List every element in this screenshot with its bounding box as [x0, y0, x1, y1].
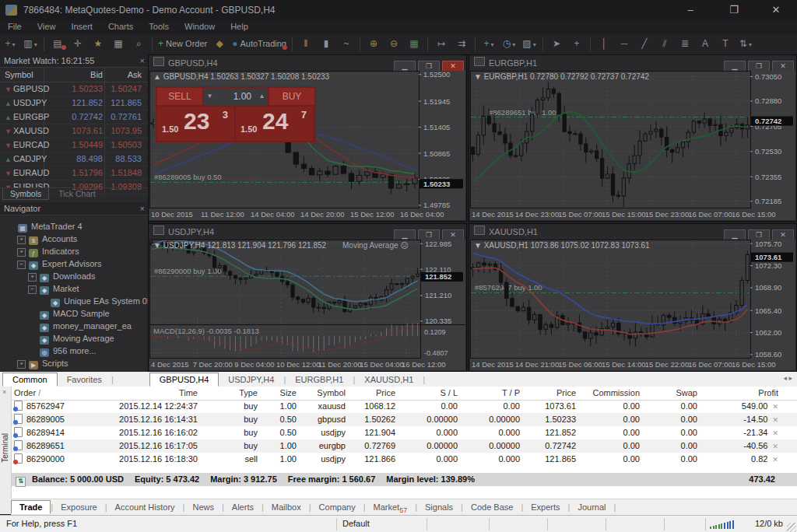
- menu-view[interactable]: View: [30, 20, 64, 34]
- chart-title-bar-xauusd[interactable]: XAUUSD,H1▁❐✕: [469, 224, 796, 240]
- tree-expand-toggle[interactable]: +: [17, 236, 26, 244]
- maximize-button[interactable]: ❐: [719, 0, 749, 20]
- navigator-item-accounts[interactable]: +$Accounts: [0, 233, 148, 245]
- data-window-toggle[interactable]: ✛: [68, 36, 87, 51]
- terminal-tab-experts[interactable]: Experts: [523, 501, 567, 513]
- close-order-icon[interactable]: ✕: [767, 416, 778, 424]
- crosshair-button[interactable]: +: [567, 36, 586, 51]
- profiles-button[interactable]: ▥▾: [21, 36, 40, 51]
- strategy-tester-toggle[interactable]: ⌕: [129, 36, 148, 51]
- lot-size-value[interactable]: 1.00: [216, 88, 256, 105]
- chart-tab-eurgbp-h1[interactable]: EURGBP,H1: [286, 373, 353, 386]
- menu-charts[interactable]: Charts: [100, 20, 141, 34]
- text-button[interactable]: A: [696, 36, 714, 51]
- chart-tab-gbpusd-h4[interactable]: GBPUSD,H4: [149, 373, 219, 387]
- chart-body-eurgbp[interactable]: #86289651 buy 1.000.730500.728800.727050…: [470, 71, 795, 220]
- terminal-tab-trade[interactable]: Trade: [11, 500, 51, 514]
- tree-expand-toggle[interactable]: +: [17, 360, 26, 369]
- chart-body-gbpusd[interactable]: #86289005 buy 0.501.525001.519451.514051…: [149, 71, 465, 220]
- chart-title-bar-gbpusd[interactable]: GBPUSD,H4▁❐✕: [149, 55, 466, 71]
- terminal-close-icon[interactable]: ×: [2, 388, 6, 396]
- text-label-button[interactable]: T: [716, 36, 735, 51]
- menu-window[interactable]: Window: [177, 20, 223, 34]
- order-row[interactable]: 862890052015.12.16 16:14:31buy0.50gbpusd…: [11, 413, 797, 426]
- navigator-item-indicators[interactable]: +ƒIndicators: [0, 245, 148, 257]
- close-order-icon[interactable]: ✕: [767, 429, 778, 437]
- templates-button[interactable]: ▨▾: [520, 36, 539, 51]
- menu-insert[interactable]: Insert: [63, 20, 100, 34]
- chart-canvas-usdjpy[interactable]: #86290000 buy 1.000.1209-0.4807MACD(12,2…: [149, 240, 465, 369]
- terminal-tab-news[interactable]: News: [184, 501, 222, 513]
- market-watch-row-gbpusd[interactable]: ▼GBPUSD1.502331.50247: [0, 82, 148, 96]
- terminal-tab-journal[interactable]: Journal: [570, 501, 613, 513]
- order-row[interactable]: 857629472015.12.14 12:24:37buy1.00xauusd…: [11, 400, 797, 413]
- navigator-item-market[interactable]: −◆Market: [0, 282, 148, 295]
- navigator-item-metatrader-4[interactable]: ▦MetaTrader 4: [0, 220, 148, 233]
- chart-canvas-eurgbp[interactable]: #86289651 buy 1.000.730500.728800.727050…: [470, 71, 795, 219]
- lot-increase-icon[interactable]: ▲: [256, 88, 268, 105]
- lot-size-stepper[interactable]: ▼1.00▲: [204, 88, 268, 105]
- trendline-button[interactable]: ╱: [635, 36, 654, 51]
- chart-title-bar-usdjpy[interactable]: USDJPY,H4▁❐✕: [149, 224, 466, 240]
- chart-body-usdjpy[interactable]: #86290000 buy 1.000.1209-0.4807MACD(12,2…: [149, 240, 465, 370]
- order-row[interactable]: 862894142015.12.16 16:16:02buy0.50usdjpy…: [11, 426, 797, 439]
- tree-expand-toggle[interactable]: −: [28, 285, 37, 294]
- chart-tab-usdjpy-h4[interactable]: USDJPY,H4: [219, 373, 283, 386]
- fibonacci-button[interactable]: ≣: [676, 36, 694, 51]
- market-watch-tab-symbols[interactable]: Symbols: [2, 188, 49, 200]
- market-watch-row-eurgbp[interactable]: ▲EURGBP0.727420.72761: [0, 110, 148, 124]
- bar-chart-button[interactable]: ‖: [297, 36, 315, 51]
- chart-shift-button[interactable]: ⇉: [452, 36, 471, 51]
- navigator-item-expert-advisors[interactable]: −◆Expert Advisors: [0, 257, 148, 270]
- indicators-button[interactable]: +▾: [479, 36, 498, 51]
- sell-button[interactable]: SELL: [157, 88, 202, 105]
- horizontal-line-button[interactable]: ─: [615, 36, 634, 51]
- tree-expand-toggle[interactable]: −: [17, 261, 26, 269]
- vertical-line-button[interactable]: │: [595, 36, 613, 51]
- terminal-tab-exposure[interactable]: Exposure: [53, 501, 104, 513]
- candlestick-button[interactable]: ▮: [317, 36, 335, 51]
- navigator-toggle[interactable]: ★: [89, 36, 107, 51]
- terminal-toggle[interactable]: ▦: [109, 36, 128, 51]
- terminal-tab-company[interactable]: Company: [311, 501, 363, 513]
- close-order-icon[interactable]: ✕: [767, 403, 778, 411]
- new-order-button[interactable]: +New Order: [156, 36, 209, 51]
- chart-canvas-xauusd[interactable]: #85762947 buy 1.001075.701072.301068.901…: [470, 240, 795, 369]
- navigator-item-macd-sample[interactable]: ◆MACD Sample: [0, 307, 148, 320]
- terminal-tab-alerts[interactable]: Alerts: [224, 501, 262, 513]
- navigator-close-icon[interactable]: ×: [140, 202, 145, 215]
- new-chart-button[interactable]: +▾: [1, 36, 19, 51]
- resize-grip[interactable]: [787, 523, 796, 532]
- navigator-item-money-manager-ea[interactable]: ◆money_manager_ea: [0, 320, 148, 332]
- autotrading-button[interactable]: ●AutoTrading: [230, 36, 288, 51]
- menu-help[interactable]: Help: [223, 20, 256, 34]
- cursor-button[interactable]: ➤: [547, 36, 566, 51]
- terminal-tab-mailbox[interactable]: Mailbox: [264, 501, 309, 513]
- periods-button[interactable]: ◷▾: [500, 36, 518, 51]
- zoom-in-button[interactable]: ⊕: [364, 36, 383, 51]
- terminal-tab-signals[interactable]: Signals: [417, 501, 461, 513]
- tile-windows-button[interactable]: ▦: [405, 36, 423, 51]
- line-chart-button[interactable]: ~: [337, 36, 356, 51]
- tab-scroll-arrows[interactable]: ◂ ▸: [783, 374, 792, 382]
- arrows-button[interactable]: ⇅▾: [736, 36, 755, 51]
- chart-title-bar-eurgbp[interactable]: EURGBP,H1▁❐✕: [469, 55, 796, 71]
- navigator-item-scripts[interactable]: +▶Scripts: [0, 357, 148, 369]
- menu-file[interactable]: File: [0, 20, 30, 34]
- minimize-button[interactable]: –: [676, 0, 705, 20]
- terminal-tab-account-history[interactable]: Account History: [107, 501, 183, 513]
- navigator-item-moving-average[interactable]: ◆Moving Average: [0, 332, 148, 345]
- navigator-item-unique-eas-system-05[interactable]: ◆Unique EAs System 05: [0, 295, 148, 307]
- market-watch-row-eurcad[interactable]: ▼EURCAD1.504491.50503: [0, 138, 148, 152]
- buy-button[interactable]: BUY: [269, 88, 314, 105]
- terminal-tab-market[interactable]: Market57: [366, 501, 416, 516]
- tree-expand-toggle[interactable]: +: [28, 273, 37, 282]
- status-profile[interactable]: Default: [342, 519, 370, 528]
- balance-expand-icon[interactable]: ⇅: [16, 477, 26, 487]
- terminal-tab-code-base[interactable]: Code Base: [463, 501, 521, 513]
- terminal-side-label[interactable]: Terminal: [1, 433, 9, 463]
- market-watch-close-icon[interactable]: ×: [140, 54, 145, 67]
- tree-expand-toggle[interactable]: +: [17, 248, 26, 257]
- order-row[interactable]: 862896512015.12.16 16:17:05buy1.00eurgbp…: [11, 439, 797, 453]
- zoom-out-button[interactable]: ⊖: [384, 36, 403, 51]
